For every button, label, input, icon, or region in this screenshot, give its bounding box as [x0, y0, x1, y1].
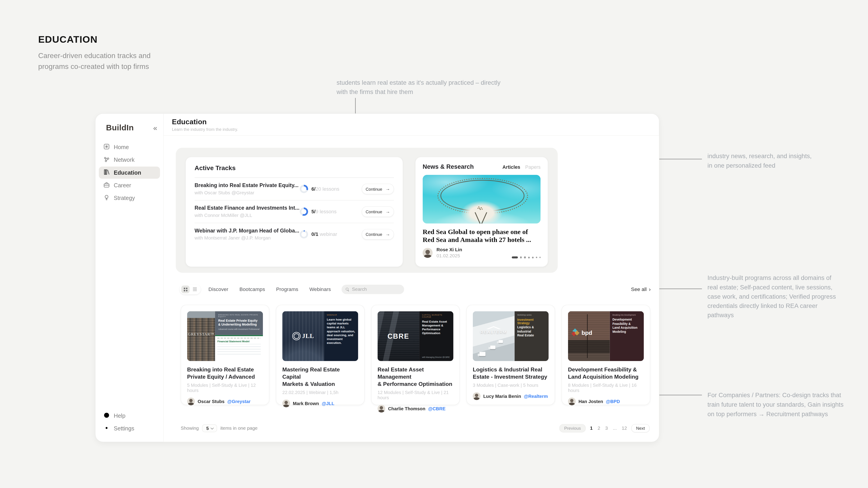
news-author-name: Rose Xi Lin — [436, 247, 462, 253]
course-meta: 3 Modules | Case-work | 5 hours — [473, 383, 549, 388]
sidebar-item-strategy[interactable]: Strategy — [99, 192, 160, 204]
thumbnail-heading: Real Estate Private Equity & Underwritin… — [218, 319, 260, 327]
track-title: Webinar with J.P. Morgan Head of Globa..… — [195, 228, 300, 234]
continue-button[interactable]: Continue→ — [362, 184, 394, 194]
sidebar-item-label: Career — [114, 182, 131, 189]
main-content: Active Tracks Breaking into Real Estate … — [164, 135, 659, 442]
thumbnail-footer: with Managing Director @CBRE — [422, 356, 451, 358]
tab-bootcamps[interactable]: Bootcamps — [239, 286, 265, 292]
course-meta: 5 Modules | Self-Study & Live | 12 hours — [187, 383, 263, 393]
track-title: Real Estate Finance and Investments Int.… — [195, 205, 300, 211]
tab-papers[interactable]: Papers — [525, 164, 541, 170]
sidebar-item-help[interactable]: Help — [99, 410, 160, 422]
course-author: Lucy Maria Benin @Realterm — [473, 392, 549, 400]
page-header: Education Learn the industry from the in… — [164, 113, 659, 135]
tab-programs[interactable]: Programs — [276, 286, 298, 292]
sidebar-item-settings[interactable]: Settings — [99, 422, 160, 435]
gear-icon — [103, 425, 110, 432]
course-card-realterm[interactable]: REALTERM Workshop series Investment Stra… — [466, 305, 555, 405]
page-number-3[interactable]: 3 — [604, 425, 608, 431]
previous-button[interactable]: Previous — [559, 424, 585, 432]
carousel-dot[interactable] — [528, 257, 530, 258]
tab-articles[interactable]: Articles — [502, 164, 520, 170]
chevron-down-icon — [211, 426, 214, 429]
page-number-1[interactable]: 1 — [590, 425, 593, 431]
truck — [479, 352, 486, 356]
tab-discover[interactable]: Discover — [209, 286, 228, 292]
author-handle[interactable]: @Realterm — [524, 394, 548, 399]
course-thumbnail: bpd Breaking into Development Developmen… — [568, 311, 644, 361]
sidebar-item-education[interactable]: Education — [99, 166, 160, 179]
sidebar-item-label: Strategy — [114, 195, 135, 201]
carousel-dots[interactable] — [512, 256, 541, 258]
truck — [499, 340, 503, 343]
see-all-link[interactable]: See all› — [631, 286, 651, 293]
continue-button[interactable]: Continue→ — [362, 206, 394, 217]
track-title: Breaking into Real Estate Private Equity… — [195, 182, 300, 188]
track-progress: 0/1 webinar — [300, 230, 362, 238]
main-panel: Education Learn the industry from the in… — [164, 113, 659, 442]
news-title: News & Research — [423, 163, 474, 170]
grid-view-button[interactable] — [181, 286, 190, 293]
page-size-select[interactable]: 5 — [202, 424, 217, 432]
author-handle[interactable]: @Greystar — [227, 399, 251, 404]
list-icon — [193, 288, 197, 291]
carousel-dot[interactable] — [536, 257, 537, 258]
annotation-news-feed: industry news, research, and insights, i… — [708, 152, 838, 170]
grid-icon — [184, 288, 187, 291]
carousel-dot[interactable] — [520, 256, 522, 258]
jll-logo-rings — [292, 332, 301, 340]
avatar — [282, 399, 290, 407]
course-card-jll[interactable]: JLL WEBINAR Learn how global capital mar… — [276, 305, 365, 405]
next-button[interactable]: Next — [631, 424, 650, 432]
search-input[interactable] — [351, 286, 400, 292]
sidebar-item-career[interactable]: Career — [99, 179, 160, 191]
tab-webinars[interactable]: Webinars — [309, 286, 331, 292]
active-tracks-card: Active Tracks Breaking into Real Estate … — [186, 157, 403, 267]
page-number-2[interactable]: 2 — [597, 425, 600, 431]
course-thumbnail: GREYSTAR™ BREAKING INTO REAL ESTATE PRIV… — [187, 311, 263, 361]
news-article-image[interactable] — [423, 175, 541, 224]
thumbnail-photo: bpd — [568, 311, 610, 361]
news-headline[interactable]: Red Sea Global to open phase one of Red … — [423, 228, 541, 244]
course-card-bpd[interactable]: bpd Breaking into Development Developmen… — [561, 305, 650, 405]
page-number-12[interactable]: 12 — [621, 425, 627, 431]
page-ellipsis: ... — [612, 425, 617, 431]
thumbnail-heading: Development Feasibility & Land Acquisiti… — [612, 318, 641, 334]
sidebar-collapse-icon[interactable]: « — [153, 124, 157, 131]
carousel-dot-active[interactable] — [512, 256, 518, 258]
track-row: Webinar with J.P. Morgan Head of Globa..… — [195, 223, 394, 246]
search-box[interactable] — [341, 285, 404, 294]
course-card-cbre[interactable]: CBRE CAPITAL MARKETS COURSE Real Estate … — [371, 305, 460, 405]
thumbnail-accent: Investment Strategy — [517, 318, 546, 325]
author-handle[interactable]: @BPD — [606, 399, 620, 404]
sidebar-item-label: Home — [114, 144, 129, 151]
carousel-dot[interactable] — [524, 256, 526, 258]
carousel-dot[interactable] — [539, 257, 540, 258]
course-cards-row: GREYSTAR™ BREAKING INTO REAL ESTATE PRIV… — [181, 305, 650, 405]
help-icon — [103, 412, 110, 420]
author-handle[interactable]: @CBRE — [428, 406, 445, 411]
sidebar-item-network[interactable]: Network — [99, 154, 160, 166]
resort-sand — [453, 200, 510, 223]
active-tracks-title: Active Tracks — [195, 164, 394, 172]
greystar-logo: GREYSTAR™ — [187, 332, 215, 337]
continue-button[interactable]: Continue→ — [362, 229, 394, 240]
sidebar-item-label: Help — [114, 413, 125, 419]
avatar — [568, 398, 576, 405]
realterm-logo: REALTERM — [475, 326, 512, 334]
sidebar-item-label: Settings — [114, 425, 134, 432]
showing-label: Showing — [181, 425, 199, 431]
list-view-button[interactable] — [191, 286, 199, 293]
realterm-logo-roof — [486, 326, 501, 329]
course-meta: 8 Modules | Self-Study & Live | 16 hours — [568, 383, 644, 393]
thumbnail-photo: GREYSTAR™ — [187, 311, 215, 361]
progress-ring — [300, 185, 308, 193]
track-instructor: with Montserrat Janer @J.P. Morgan — [195, 235, 300, 241]
carousel-dot[interactable] — [532, 257, 533, 258]
author-handle[interactable]: @JLL — [322, 401, 334, 406]
course-title: Development Feasibility & Land Acquisiti… — [568, 366, 644, 381]
course-meta: 22.02.2025 | Webinar | 1,5h — [282, 390, 358, 395]
sidebar-item-home[interactable]: Home — [99, 141, 160, 153]
course-card-greystar[interactable]: GREYSTAR™ BREAKING INTO REAL ESTATE PRIV… — [181, 305, 270, 405]
